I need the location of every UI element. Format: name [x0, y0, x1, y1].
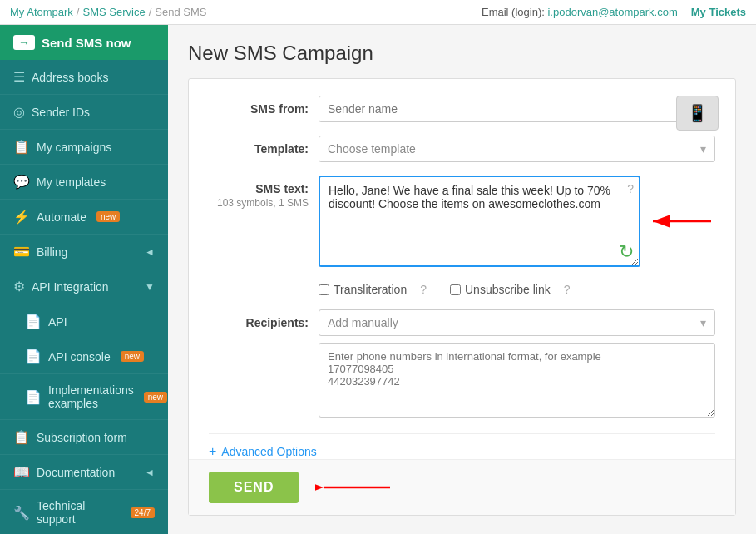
unsubscribe-label[interactable]: Unsubscribe link — [450, 283, 551, 296]
sidebar-item-address-books[interactable]: ☰ Address books — [0, 60, 168, 95]
template-placeholder: Choose template — [328, 142, 416, 156]
send-sms-button[interactable]: → Send SMS now — [0, 25, 168, 60]
template-field: Choose template ▾ — [319, 136, 715, 162]
mobile-preview-button[interactable]: 📱 — [676, 96, 719, 131]
transliteration-checkbox[interactable] — [319, 284, 329, 295]
sms-from-input-wrapper: ? ▾ — [319, 96, 715, 122]
unsubscribe-help-icon[interactable]: ? — [564, 283, 571, 296]
advanced-options-section: + Advanced Options — [209, 433, 715, 459]
automate-badge: new — [96, 211, 120, 222]
sidebar-item-automate[interactable]: ⚡ Automate new — [0, 200, 168, 235]
api-integration-chevron: ▼ — [145, 281, 155, 293]
sms-from-row: SMS from: ? ▾ — [209, 96, 715, 122]
send-button[interactable]: SEND — [209, 472, 299, 503]
api-icon: 📄 — [25, 314, 42, 329]
breadcrumb: My Atompark / SMS Service / Send SMS — [10, 6, 206, 18]
sidebar-item-api-console[interactable]: 📄 API console new — [0, 339, 168, 374]
implementations-icon: 📄 — [25, 389, 42, 405]
technical-support-badge: 24/7 — [131, 507, 155, 518]
red-arrow-svg — [649, 209, 715, 234]
recipients-select[interactable]: Add manually ▾ — [319, 309, 715, 336]
recipients-textarea[interactable] — [319, 343, 715, 418]
templates-icon: 💬 — [13, 174, 30, 190]
sms-text-field: Hello, Jane! We have a final sale this w… — [319, 176, 715, 269]
technical-support-icon: 🔧 — [13, 505, 30, 521]
api-console-icon: 📄 — [25, 349, 42, 364]
unsubscribe-checkbox[interactable] — [450, 284, 461, 295]
breadcrumb-current: Send SMS — [155, 6, 206, 18]
page-title: New SMS Campaign — [188, 42, 736, 65]
sms-text-input[interactable]: Hello, Jane! We have a final sale this w… — [319, 176, 640, 267]
sidebar-item-sender-ids[interactable]: ◎ Sender IDs — [0, 95, 168, 130]
sidebar-item-my-campaigns[interactable]: 📋 My campaigns — [0, 130, 168, 165]
plus-icon: + — [209, 444, 216, 459]
sms-text-sub: 103 symbols, 1 SMS — [217, 197, 309, 209]
checkboxes-row: Transliteration ? Unsubscribe link ? — [319, 283, 715, 296]
sidebar-item-implementations[interactable]: 📄 Implementations examples new — [0, 374, 168, 420]
sender-ids-icon: ◎ — [13, 104, 25, 120]
sidebar-item-my-templates[interactable]: 💬 My templates — [0, 165, 168, 200]
sms-from-input[interactable] — [319, 96, 674, 121]
email-label: Email (login): i.podorvan@atompark.com — [482, 6, 678, 18]
template-chevron-down-icon: ▾ — [700, 142, 706, 156]
address-books-icon: ☰ — [13, 69, 25, 85]
documentation-chevron: ◄ — [145, 467, 155, 478]
sms-from-label: SMS from: — [209, 96, 309, 116]
sidebar: → Send SMS now ☰ Address books ◎ Sender … — [0, 25, 168, 534]
template-select[interactable]: Choose template ▾ — [319, 136, 715, 162]
subscription-form-icon: 📋 — [13, 429, 30, 445]
top-bar: My Atompark / SMS Service / Send SMS Ema… — [0, 0, 756, 25]
breadcrumb-atompark[interactable]: My Atompark — [10, 6, 73, 18]
sms-text-help-icon[interactable]: ? — [627, 182, 634, 195]
breadcrumb-sms-service[interactable]: SMS Service — [82, 6, 145, 18]
refresh-icon[interactable]: ↻ — [619, 241, 634, 263]
sidebar-item-api[interactable]: 📄 API — [0, 304, 168, 339]
user-email: i.podorvan@atompark.com — [547, 6, 677, 18]
api-console-badge: new — [121, 351, 144, 362]
form-card: 📱 SMS from: ? ▾ Template: Choose temp — [188, 78, 736, 516]
my-tickets-link[interactable]: My Tickets — [691, 6, 746, 18]
main-content: New SMS Campaign 📱 SMS from: ? ▾ Templat… — [168, 25, 756, 534]
billing-icon: 💳 — [13, 244, 30, 260]
send-row: SEND — [189, 459, 735, 515]
template-label: Template: — [209, 136, 309, 156]
sms-text-label: SMS text: — [255, 176, 309, 195]
sidebar-item-subscription-form[interactable]: 📋 Subscription form — [0, 420, 168, 455]
recipients-chevron-down-icon: ▾ — [700, 316, 706, 329]
send-arrow-svg — [315, 475, 398, 500]
transliteration-help-icon[interactable]: ? — [420, 283, 427, 296]
annotation-arrow — [649, 209, 715, 234]
automate-icon: ⚡ — [13, 209, 30, 225]
sms-from-field: ? ▾ — [319, 96, 715, 122]
sidebar-item-billing[interactable]: 💳 Billing ◄ — [0, 235, 168, 269]
recipients-placeholder: Add manually — [328, 316, 398, 329]
template-row: Template: Choose template ▾ — [209, 136, 715, 162]
campaigns-icon: 📋 — [13, 139, 30, 155]
api-integration-icon: ⚙ — [13, 279, 25, 294]
advanced-options-link[interactable]: Advanced Options — [221, 445, 316, 458]
sidebar-item-documentation[interactable]: 📖 Documentation ◄ — [0, 455, 168, 490]
implementations-badge: new — [144, 392, 167, 403]
billing-chevron: ◄ — [145, 246, 155, 258]
sms-text-row: SMS text: 103 symbols, 1 SMS Hello, Jane… — [209, 176, 715, 269]
user-info: Email (login): i.podorvan@atompark.com M… — [482, 6, 746, 18]
documentation-icon: 📖 — [13, 464, 30, 480]
recipients-label: Recipients: — [209, 309, 309, 329]
recipients-field: Add manually ▾ — [319, 309, 715, 420]
transliteration-label[interactable]: Transliteration — [319, 283, 407, 296]
arrow-icon: → — [13, 35, 35, 50]
recipients-row: Recipients: Add manually ▾ — [209, 309, 715, 420]
sidebar-item-technical-support[interactable]: 🔧 Technical support 24/7 — [0, 490, 168, 534]
sidebar-item-api-integration[interactable]: ⚙ API Integration ▼ — [0, 269, 168, 304]
